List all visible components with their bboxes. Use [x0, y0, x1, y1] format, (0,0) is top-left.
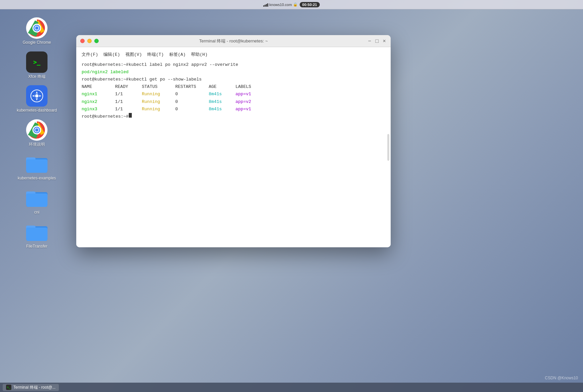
col-labels: LABELS [235, 83, 251, 91]
sidebar-item-filetransfer[interactable]: FileTransfer [12, 220, 62, 251]
sidebar-item-xfce-terminal[interactable]: >_ Xfce 终端 [12, 50, 62, 81]
taskbar: >_ Terminal 终端 - root@... [0, 383, 583, 392]
menu-help[interactable]: 帮助(H) [191, 51, 207, 58]
terminal-pod-row-2: nginx2 1/1 Running 0 8m41s app=v2 [82, 98, 385, 106]
sidebar: Google Chrome >_ Xfce 终端 kuberne [0, 9, 74, 383]
taskbar-terminal-icon: >_ [6, 385, 11, 390]
pod2-age: 8m41s [209, 98, 235, 106]
menubar-signal: knows10.com 🔒 [263, 2, 297, 7]
signal-bars-icon [263, 3, 268, 7]
col-status: STATUS [142, 83, 175, 91]
col-restarts: RESTARTS [175, 83, 209, 91]
terminal-pod-row-1: nginx1 1/1 Running 0 8m41s app=v1 [82, 91, 385, 98]
terminal-titlebar: Terminal 终端 - root@kubernetes: ~ − □ × [76, 35, 391, 47]
sidebar-item-k8s-examples[interactable]: kubernetes-examples [12, 152, 62, 182]
sidebar-item-label-k8s: kubernetes-dashboard [17, 108, 57, 113]
prompt-1: root@kubernetes:~# [82, 61, 128, 69]
pod3-name: nginx3 [82, 106, 115, 113]
cni-icon [26, 187, 47, 209]
watermark: CSDN @Knows10 [545, 376, 578, 380]
terminal-prompt-line: root@kubernetes:~# [82, 113, 385, 120]
pod2-labels: app=v2 [235, 98, 251, 106]
svg-marker-6 [36, 91, 38, 94]
pod1-labels: app=v1 [235, 91, 251, 98]
svg-point-15 [35, 128, 38, 132]
col-age: AGE [209, 83, 235, 91]
sidebar-item-cni[interactable]: cni [12, 186, 62, 217]
sidebar-item-label-k8s-examples: kubernetes-examples [18, 176, 56, 181]
svg-marker-8 [32, 95, 35, 97]
window-restore-icon[interactable]: □ [375, 39, 379, 43]
menubar-lock-icon: 🔒 [293, 2, 298, 7]
prompt-final: root@kubernetes:~# [82, 113, 128, 120]
pod1-restarts: 0 [175, 91, 209, 98]
cmd-1: kubectl label po nginx2 app=v2 --overwri… [128, 61, 238, 69]
sidebar-item-kubernetes-dashboard[interactable]: kubernetes-dashboard [12, 84, 62, 115]
signal-bar-4 [267, 3, 268, 7]
window-controls[interactable] [80, 39, 99, 43]
sidebar-item-label-chrome: Google Chrome [23, 40, 51, 45]
taskbar-terminal-item[interactable]: >_ Terminal 终端 - root@... [3, 384, 59, 391]
pod1-status: Running [142, 91, 175, 98]
menubar-center: knows10.com 🔒 00:50:21 [263, 2, 319, 7]
sidebar-item-label-cni: cni [34, 210, 39, 215]
menu-file[interactable]: 文件(F) [82, 51, 98, 58]
filetransfer-icon [26, 221, 47, 243]
terminal-menu-bar[interactable]: 文件(F) 编辑(E) 视图(V) 终端(T) 标签(A) 帮助(H) [82, 51, 385, 58]
sidebar-item-google-chrome[interactable]: Google Chrome [12, 16, 62, 47]
maximize-button[interactable] [94, 39, 99, 43]
menubar-site: knows10.com [269, 3, 292, 7]
pod3-age: 8m41s [209, 106, 235, 113]
prompt-2: root@kubernetes:~# [82, 76, 128, 83]
pod2-restarts: 0 [175, 98, 209, 106]
pod2-ready: 1/1 [115, 98, 142, 106]
terminal-pod-row-3: nginx3 1/1 Running 0 8m41s app=v1 [82, 106, 385, 113]
k8s-icon [26, 85, 47, 107]
pod3-status: Running [142, 106, 175, 113]
menu-view[interactable]: 视图(V) [125, 51, 142, 58]
window-close-icon[interactable]: × [382, 39, 387, 43]
svg-rect-21 [26, 193, 47, 207]
terminal-icon-text: >_ [33, 58, 40, 66]
svg-marker-7 [36, 98, 38, 101]
terminal-line-1: root@kubernetes:~# kubectl label po ngin… [82, 61, 385, 69]
taskbar-terminal-label: Terminal 终端 - root@... [13, 385, 56, 390]
svg-point-4 [35, 26, 38, 30]
cmd-2: kubectl get po --show-labels [128, 76, 201, 83]
window-right-controls[interactable]: − □ × [367, 39, 387, 43]
pod2-status: Running [142, 98, 175, 106]
menu-edit[interactable]: 编辑(E) [103, 51, 120, 58]
svg-rect-24 [26, 228, 47, 241]
terminal-header-row: NAME READY STATUS RESTARTS AGE LABELS [82, 83, 385, 91]
pod3-labels: app=v1 [235, 106, 251, 113]
pod3-ready: 1/1 [115, 106, 142, 113]
pod1-name: nginx1 [82, 91, 115, 98]
terminal-cursor [129, 113, 132, 118]
terminal-icon: >_ [26, 51, 47, 73]
sidebar-item-label-env: 环境说明 [29, 142, 45, 147]
svg-point-10 [35, 94, 38, 98]
pod1-age: 8m41s [209, 91, 235, 98]
sidebar-item-env-info[interactable]: 环境说明 [12, 118, 62, 149]
menu-tabs[interactable]: 标签(A) [169, 51, 186, 58]
signal-bar-3 [266, 4, 267, 7]
terminal-title: Terminal 终端 - root@kubernetes: ~ [199, 38, 268, 44]
sidebar-item-label-terminal: Xfce 终端 [28, 74, 45, 80]
menu-terminal[interactable]: 终端(T) [147, 51, 164, 58]
window-minimize-icon[interactable]: − [367, 39, 372, 43]
terminal-scrollbar[interactable] [387, 134, 389, 161]
pod1-ready: 1/1 [115, 91, 142, 98]
svg-rect-18 [26, 159, 47, 173]
terminal-window: Terminal 终端 - root@kubernetes: ~ − □ × 文… [76, 35, 391, 247]
pod2-name: nginx2 [82, 98, 115, 106]
svg-marker-9 [39, 95, 41, 97]
close-button[interactable] [80, 39, 85, 43]
col-ready: READY [115, 83, 142, 91]
minimize-button[interactable] [87, 39, 92, 43]
k8s-examples-icon [26, 153, 47, 174]
chrome-icon [26, 17, 47, 39]
pod3-restarts: 0 [175, 106, 209, 113]
terminal-line-2: pod/nginx2 labeled [82, 69, 385, 76]
terminal-body[interactable]: 文件(F) 编辑(E) 视图(V) 终端(T) 标签(A) 帮助(H) root… [76, 47, 391, 247]
terminal-line-3: root@kubernetes:~# kubectl get po --show… [82, 76, 385, 83]
